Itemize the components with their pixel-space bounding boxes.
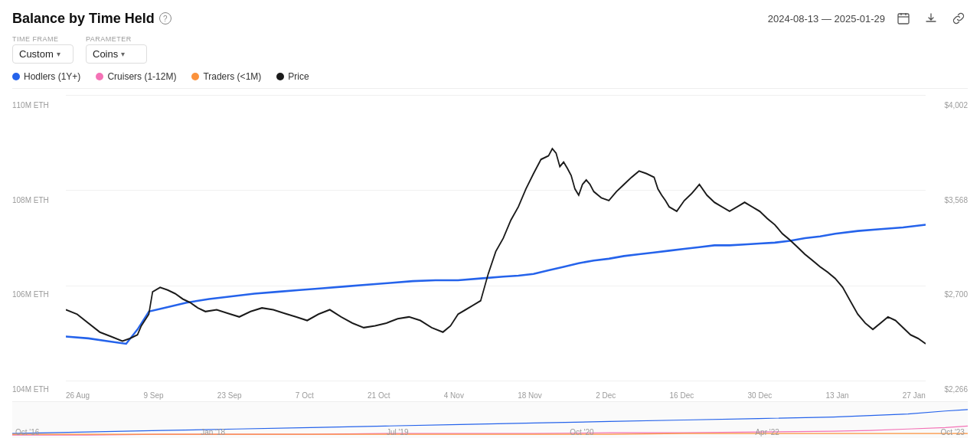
parameter-control: PARAMETER Coins ▾ [86,35,147,64]
x-axis: 26 Aug 9 Sep 23 Sep 7 Oct 21 Oct 4 Nov 1… [66,391,926,400]
date-range: 2024-08-13 — 2025-01-29 [768,13,885,25]
cruisers-label: Cruisers (1-12M) [107,71,176,82]
mini-x-label-1: Oct '16 [15,428,39,436]
header-controls: 2024-08-13 — 2025-01-29 [768,9,968,28]
y-axis-left: 110M ETH 108M ETH 106M ETH 104M ETH [12,95,66,400]
legend-hodlers: Hodlers (1Y+) [12,71,80,82]
main-chart: 110M ETH 108M ETH 106M ETH 104M ETH $4,0… [12,95,968,400]
mini-x-label-2: Jan '18 [201,428,225,436]
x-label-6: 4 Nov [444,391,464,400]
y-right-label-4: $2,266 [926,385,968,394]
header-row: Balance by Time Held ? 2024-08-13 — 2025… [12,9,968,28]
cruisers-dot [96,73,103,80]
price-label: Price [288,71,309,82]
calendar-icon[interactable] [894,9,913,28]
timeframe-chevron: ▾ [57,50,60,58]
x-label-8: 2 Dec [596,391,616,400]
y-right-label-3: $2,700 [926,290,968,299]
timeframe-control: TIME FRAME Custom ▾ [12,35,74,64]
x-label-7: 18 Nov [518,391,542,400]
y-left-label-2: 108M ETH [12,196,66,204]
main-chart-svg [66,95,926,381]
timeframe-label: TIME FRAME [12,35,74,43]
hodlers-dot [12,73,20,80]
chart-svg-container [66,95,926,381]
timeframe-dropdown[interactable]: Custom ▾ [12,44,74,64]
price-dot [276,73,284,80]
y-right-label-1: $4,002 [926,101,968,110]
traders-dot [191,73,199,80]
mini-chart[interactable]: Oct '16 Jan '18 Jul '19 Oct '20 Apr '22 … [12,401,968,438]
y-left-label-4: 104M ETH [12,385,66,394]
legend-row: Hodlers (1Y+) Cruisers (1-12M) Traders (… [12,71,968,89]
legend-price: Price [276,71,309,82]
x-label-1: 26 Aug [66,391,90,400]
parameter-chevron: ▾ [121,50,125,58]
legend-cruisers: Cruisers (1-12M) [96,71,176,82]
download-icon[interactable] [922,9,940,28]
x-label-12: 27 Jan [903,391,926,400]
y-left-label-3: 106M ETH [12,290,66,299]
x-label-2: 9 Sep [143,391,163,400]
parameter-label: PARAMETER [86,35,147,43]
x-label-10: 30 Dec [748,391,773,400]
traders-label: Traders (<1M) [203,71,261,82]
price-line [66,149,926,344]
legend-traders: Traders (<1M) [191,71,261,82]
x-label-9: 16 Dec [670,391,694,400]
main-container: Balance by Time Held ? 2024-08-13 — 2025… [0,0,980,438]
mini-x-label-4: Oct '20 [570,428,593,436]
chart-area: 110M ETH 108M ETH 106M ETH 104M ETH $4,0… [12,95,968,438]
parameter-dropdown[interactable]: Coins ▾ [86,44,147,64]
timeframe-value: Custom [19,48,54,60]
hodlers-label: Hodlers (1Y+) [24,71,80,82]
controls-row: TIME FRAME Custom ▾ PARAMETER Coins ▾ [12,35,968,64]
mini-x-label-6: Oct '23 [941,428,965,436]
y-axis-right: $4,002 $3,568 $2,700 $2,266 [926,95,968,400]
page-title: Balance by Time Held [12,11,155,27]
x-label-5: 21 Oct [368,391,390,400]
link-icon[interactable] [949,9,968,28]
y-right-label-2: $3,568 [926,196,968,204]
x-label-3: 23 Sep [217,391,242,400]
x-label-4: 7 Oct [296,391,314,400]
y-left-label-1: 110M ETH [12,101,66,110]
mini-x-label-5: Apr '22 [755,428,779,436]
info-icon[interactable]: ? [159,12,172,25]
mini-x-label-3: Jul '19 [387,428,409,436]
x-label-11: 13 Jan [826,391,849,400]
svg-rect-0 [898,14,909,24]
hodlers-line [66,224,926,343]
title-section: Balance by Time Held ? [12,11,172,27]
parameter-value: Coins [93,48,118,60]
